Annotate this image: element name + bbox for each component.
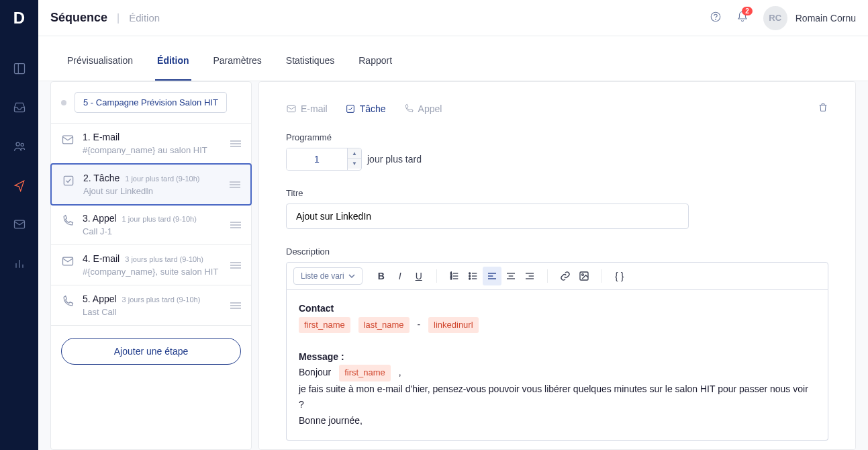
svg-point-8 (711, 12, 720, 21)
rail-icon-send[interactable] (13, 179, 26, 192)
stepper-down[interactable]: ▼ (348, 159, 361, 169)
tab-stats[interactable]: Statistiques (284, 42, 336, 81)
image-button[interactable] (575, 267, 593, 285)
step-meta: 1 jour plus tard (9-10h) (122, 215, 197, 223)
underline-button[interactable]: U (409, 267, 428, 285)
tab-report[interactable]: Rapport (356, 42, 394, 81)
scheduled-suffix: jour plus tard (367, 154, 422, 165)
breadcrumb-sep: | (117, 12, 119, 24)
svg-rect-13 (287, 105, 295, 111)
svg-rect-10 (63, 136, 73, 144)
italic-button[interactable]: I (391, 267, 409, 285)
scheduled-input[interactable] (287, 148, 347, 170)
main-tabs: Prévisualisation Édition Paramètres Stat… (38, 42, 868, 81)
step-item-2[interactable]: 2. Tâche1 jour plus tard (9-10h) Ajout s… (50, 163, 252, 206)
svg-rect-0 (14, 64, 24, 74)
type-tab-email[interactable]: E-mail (286, 103, 328, 114)
help-icon[interactable] (710, 11, 722, 25)
stepper-up[interactable]: ▲ (348, 148, 361, 159)
type-tab-label: E-mail (301, 103, 328, 114)
body-line-2: je fais suite à mon e-mail d'hier, pense… (299, 381, 816, 414)
title-label: Titre (286, 188, 828, 198)
mail-icon (61, 133, 75, 146)
description-label: Description (286, 246, 828, 257)
message-heading: Message : (299, 351, 344, 362)
tab-params[interactable]: Paramètres (211, 42, 264, 81)
logo: D (0, 0, 38, 36)
svg-point-37 (581, 274, 583, 276)
step-title: 2. Tâche (83, 173, 119, 183)
comma-text: , (399, 367, 401, 377)
tab-preview[interactable]: Prévisualisation (65, 42, 135, 81)
scheduled-input-wrap: ▲ ▼ (286, 148, 362, 171)
drag-handle-icon[interactable] (230, 222, 241, 228)
step-subtitle: Last Call (83, 307, 222, 317)
align-right-button[interactable] (520, 267, 539, 285)
tab-edition[interactable]: Édition (155, 42, 191, 81)
side-rail: D (0, 0, 38, 450)
svg-point-26 (469, 278, 470, 279)
svg-text:3: 3 (450, 277, 452, 280)
rail-icon-people[interactable] (13, 140, 26, 153)
status-dot (61, 100, 66, 105)
editor-content[interactable]: Contact first_name last_name - linkedinu… (286, 290, 828, 441)
mail-icon (61, 255, 75, 268)
drag-handle-icon[interactable] (230, 302, 241, 309)
bell-icon[interactable]: 2 (736, 11, 749, 25)
variable-dropdown[interactable]: Liste de vari (293, 267, 363, 285)
body-line-3: Bonne journée, (299, 413, 816, 429)
rail-icon-mail[interactable] (13, 218, 26, 231)
var-chip-firstname: first_name (299, 317, 350, 333)
svg-rect-14 (346, 105, 354, 112)
link-button[interactable] (556, 267, 575, 285)
contact-heading: Contact (299, 303, 334, 314)
greeting-text: Bonjour (299, 367, 331, 377)
step-item-5[interactable]: 5. Appel3 jours plus tard (9-10h) Last C… (51, 285, 251, 326)
align-left-button[interactable] (483, 267, 501, 285)
phone-icon (61, 214, 75, 228)
campaign-chip[interactable]: 5 - Campagne Prévision Salon HIT (75, 92, 227, 113)
step-item-1[interactable]: 1. E-mail #{company_name} au salon HIT (51, 124, 251, 164)
svg-point-9 (715, 19, 716, 19)
title-input[interactable] (286, 204, 689, 229)
breadcrumb: Séquence | Édition (50, 11, 160, 25)
rail-icon-layout[interactable] (13, 62, 26, 75)
avatar: RC (763, 6, 787, 30)
type-tab-task[interactable]: Tâche (345, 103, 386, 114)
editor-toolbar: Liste de vari B I U 123 (286, 262, 828, 290)
svg-point-2 (16, 142, 19, 146)
bold-button[interactable]: B (372, 267, 391, 285)
step-item-3[interactable]: 3. Appel1 jour plus tard (9-10h) Call J-… (51, 205, 251, 245)
campaign-header: 5 - Campagne Prévision Salon HIT (51, 82, 251, 124)
step-title: 4. E-mail (83, 253, 119, 264)
rail-icon-stats[interactable] (13, 257, 26, 270)
rail-icon-inbox[interactable] (13, 101, 26, 114)
step-meta: 1 jour plus tard (9-10h) (125, 175, 199, 183)
step-item-4[interactable]: 4. E-mail3 jours plus tard (9-10h) #{com… (51, 245, 251, 285)
code-button[interactable]: { } (610, 267, 629, 285)
align-center-button[interactable] (501, 267, 520, 285)
svg-point-25 (469, 275, 470, 277)
drag-handle-icon[interactable] (230, 181, 240, 188)
type-tab-call[interactable]: Appel (403, 103, 442, 114)
type-tab-label: Tâche (360, 103, 386, 114)
user-name: Romain Cornu (795, 13, 856, 24)
delete-step-button[interactable] (818, 102, 828, 115)
step-subtitle: Ajout sur LinkedIn (83, 186, 222, 196)
steps-panel: 5 - Campagne Prévision Salon HIT 1. E-ma… (50, 81, 252, 450)
ordered-list-button[interactable]: 123 (445, 267, 464, 285)
svg-point-3 (21, 143, 23, 146)
add-step-button[interactable]: Ajouter une étape (61, 338, 241, 365)
drag-handle-icon[interactable] (230, 140, 241, 147)
scheduled-label: Programmé (286, 132, 828, 142)
unordered-list-button[interactable] (464, 267, 483, 285)
step-subtitle: #{company_name}, suite salon HIT (83, 267, 222, 277)
svg-rect-4 (14, 220, 24, 228)
var-chip-firstname2: first_name (339, 365, 391, 381)
dash-text: - (417, 319, 420, 330)
user-menu[interactable]: RC Romain Cornu (763, 6, 856, 30)
drag-handle-icon[interactable] (230, 262, 241, 269)
step-title: 3. Appel (83, 213, 117, 224)
breadcrumb-sub: Édition (129, 12, 160, 24)
step-subtitle: Call J-1 (83, 226, 222, 236)
